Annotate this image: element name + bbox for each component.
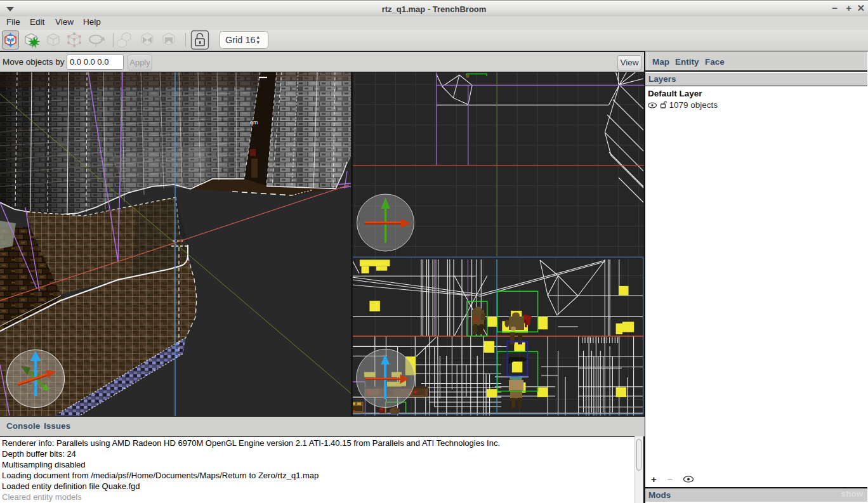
svg-text:em: em xyxy=(250,119,258,126)
svg-text:Grid 16: Grid 16 xyxy=(225,35,256,45)
